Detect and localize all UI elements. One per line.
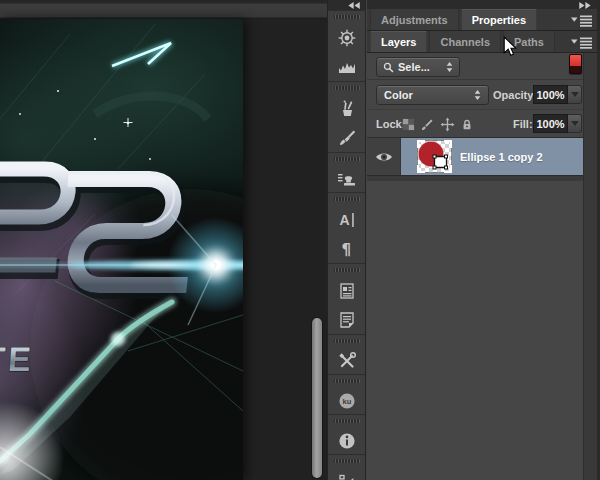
svg-text:A: A (339, 212, 349, 228)
character-panel-button[interactable]: A (328, 205, 365, 234)
character-styles-panel-button[interactable] (328, 276, 365, 305)
layer-list: Ellipse 1 copy 2 (367, 137, 583, 480)
lock-label: Lock: (376, 110, 405, 138)
right-panel: AdjustmentsProperties LayersChannelsPath… (367, 0, 600, 480)
blend-mode-select[interactable]: Color (376, 85, 489, 105)
lock-all-button[interactable] (461, 118, 473, 131)
paragraph-styles-panel-button[interactable] (328, 305, 365, 334)
canvas-vertical-scrollbar[interactable] (312, 318, 322, 478)
dock-group (328, 10, 365, 81)
canvas-pasteboard: TE (0, 19, 327, 480)
brush-panel-button[interactable] (328, 123, 365, 152)
stepper-icon (474, 89, 481, 101)
layer-filter-select[interactable]: Sele... (376, 57, 460, 77)
layer-thumbnail[interactable] (417, 140, 452, 173)
tab-label: Paths (514, 36, 544, 48)
layer-filter-toggle[interactable] (569, 54, 582, 74)
expand-panels-icon[interactable] (348, 2, 361, 9)
photoshop-workspace: TE A¶ku AdjustmentsProperties LayersChan… (0, 0, 600, 480)
dock-gripper[interactable] (334, 379, 360, 383)
document-canvas[interactable]: TE (0, 19, 243, 480)
panel-dock-header (367, 0, 600, 9)
dock-group (328, 414, 365, 454)
dock-group (328, 454, 365, 480)
lock-transparency-button[interactable] (402, 118, 415, 131)
layer-row[interactable]: Ellipse 1 copy 2 (367, 138, 583, 175)
lock-fill-row: Lock: Fill: 100% (367, 109, 583, 137)
tab-adjustments[interactable]: Adjustments (370, 9, 459, 31)
layer-row-selected: Ellipse 1 copy 2 (401, 138, 583, 175)
canvas-overlay-text: TE (0, 340, 35, 378)
svg-text:ku: ku (342, 396, 351, 405)
fill-dropdown-icon[interactable] (568, 114, 582, 133)
navigator-panel-button[interactable] (328, 23, 365, 52)
svg-text:¶: ¶ (341, 240, 351, 258)
document-window: TE (0, 0, 327, 480)
clone-source-panel-button[interactable] (328, 165, 365, 192)
layer-name: Ellipse 1 copy 2 (460, 151, 543, 163)
blend-opacity-row: Color Opacity: 100% (367, 81, 583, 109)
search-icon (383, 62, 394, 73)
mouse-cursor (503, 36, 517, 57)
panel-menu-icon[interactable] (571, 15, 593, 27)
canvas-artwork: TE (0, 19, 243, 480)
dock-gripper[interactable] (334, 268, 360, 272)
dock-gripper[interactable] (334, 339, 360, 343)
tab-layers[interactable]: Layers (370, 31, 427, 53)
fill-label: Fill: (513, 110, 533, 138)
layer-filter-value: Sele... (398, 61, 430, 73)
dock-group: ku (328, 374, 365, 414)
properties-tab-group: AdjustmentsProperties (367, 9, 600, 31)
dock-group (328, 81, 365, 152)
dock-group (328, 263, 365, 334)
filter-toggle-light (570, 55, 581, 66)
lock-position-button[interactable] (440, 117, 455, 132)
history-panel-button[interactable] (328, 467, 365, 480)
dock-group (328, 334, 365, 374)
kuler-panel-button[interactable]: ku (328, 387, 365, 414)
lock-pixels-button[interactable] (421, 118, 434, 131)
stepper-icon (446, 61, 453, 73)
layers-panel: Sele... Color Opacity: 100% Lock: (367, 53, 600, 480)
dock-gripper[interactable] (334, 197, 360, 201)
histogram-panel-button[interactable] (328, 52, 365, 81)
eye-icon (375, 151, 393, 163)
blend-mode-value: Color (384, 89, 413, 101)
dock-gripper[interactable] (334, 157, 360, 161)
collapse-panels-icon[interactable] (578, 2, 591, 9)
dock-gripper[interactable] (334, 86, 360, 90)
tab-label: Adjustments (381, 14, 448, 26)
dock-gripper[interactable] (334, 15, 360, 19)
layers-menu-icon[interactable] (571, 37, 593, 49)
panel-scrollbar-gutter (583, 53, 597, 480)
opacity-label: Opacity: (493, 81, 537, 109)
tab-properties[interactable]: Properties (461, 9, 537, 31)
opacity-value[interactable]: 100% (533, 85, 568, 104)
layer-visibility-toggle[interactable] (367, 138, 401, 175)
dock-header (328, 0, 365, 10)
tab-label: Layers (381, 36, 416, 48)
info-panel-button[interactable] (328, 427, 365, 454)
dock-group: A¶ (328, 192, 365, 263)
layers-tab-group: LayersChannelsPaths (367, 31, 600, 53)
tab-label: Channels (440, 36, 490, 48)
paragraph-panel-button[interactable]: ¶ (328, 234, 365, 263)
layer-filter-row: Sele... (367, 53, 583, 80)
tab-channels[interactable]: Channels (429, 31, 501, 53)
fill-value[interactable]: 100% (533, 114, 568, 133)
document-window-bar (0, 0, 327, 19)
dock-group (328, 152, 365, 192)
tab-label: Properties (472, 14, 526, 26)
dock-gripper[interactable] (334, 459, 360, 463)
brush-presets-panel-button[interactable] (328, 94, 365, 123)
layer-row-divider (367, 175, 583, 181)
panel-icon-dock: A¶ku (327, 0, 366, 480)
opacity-dropdown-icon[interactable] (568, 85, 582, 104)
tool-presets-panel-button[interactable] (328, 347, 365, 374)
dock-gripper[interactable] (334, 419, 360, 423)
